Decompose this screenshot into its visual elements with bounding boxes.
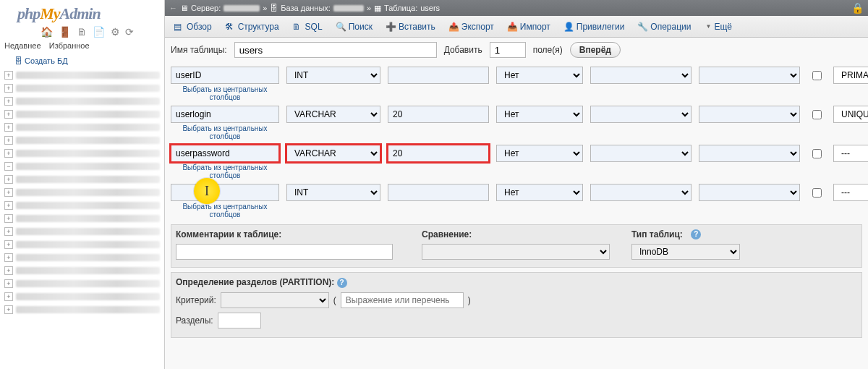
pick-central-link[interactable]: Выбрать из центральных столбцов <box>171 203 279 219</box>
reload-icon[interactable]: ⟳ <box>125 26 134 38</box>
column-type-select[interactable]: VARCHAR <box>286 106 380 123</box>
tab-browse[interactable]: ▤Обзор <box>168 20 218 34</box>
expand-toggle-icon[interactable]: + <box>4 97 13 106</box>
expand-toggle-icon[interactable]: + <box>4 123 13 132</box>
recent-tab[interactable]: Недавнее <box>4 41 41 50</box>
column-name-input[interactable] <box>171 145 279 162</box>
column-null-select[interactable]: Нет <box>496 106 583 123</box>
tab-insert[interactable]: ➕Вставить <box>380 20 441 34</box>
tree-item[interactable]: − <box>4 161 160 172</box>
column-length-input[interactable] <box>388 184 489 201</box>
column-name-input[interactable] <box>171 67 279 84</box>
tree-item[interactable]: + <box>4 291 160 302</box>
expand-toggle-icon[interactable]: + <box>4 266 13 275</box>
tree-item[interactable]: + <box>4 148 160 159</box>
column-ai-checkbox[interactable] <box>812 71 822 80</box>
tree-item[interactable]: + <box>4 109 160 120</box>
tab-more[interactable]: ▼Ещё <box>699 20 738 34</box>
column-index-select[interactable]: PRIMARY <box>833 67 868 84</box>
crumb-db-name[interactable] <box>333 5 364 12</box>
tree-item[interactable]: + <box>4 265 160 276</box>
tree-item[interactable]: + <box>4 200 160 211</box>
tree-item[interactable]: + <box>4 187 160 198</box>
column-index-select[interactable]: --- <box>833 184 868 201</box>
lock-icon[interactable]: 🔒 <box>851 2 864 14</box>
tree-item[interactable]: + <box>4 278 160 289</box>
column-attributes-select[interactable] <box>699 67 800 84</box>
tree-item[interactable]: + <box>4 69 160 81</box>
collation-select[interactable] <box>422 244 610 260</box>
tree-item[interactable]: + <box>4 239 160 250</box>
tree-item[interactable]: + <box>4 174 160 185</box>
table-name-input[interactable] <box>234 42 437 58</box>
help-icon[interactable]: ? <box>691 229 701 239</box>
tree-item[interactable]: + <box>4 213 160 224</box>
column-collation-select[interactable] <box>590 145 692 162</box>
expand-toggle-icon[interactable]: + <box>4 240 13 249</box>
tab-operations[interactable]: 🔧Операции <box>631 20 697 34</box>
column-null-select[interactable]: Нет <box>496 184 583 201</box>
column-length-input[interactable] <box>388 145 489 162</box>
partition-expression-input[interactable] <box>341 292 464 308</box>
expand-toggle-icon[interactable]: + <box>4 253 13 262</box>
expand-toggle-icon[interactable]: + <box>4 188 13 197</box>
expand-toggle-icon[interactable]: + <box>4 149 13 158</box>
tab-import[interactable]: 📥Импорт <box>501 20 556 34</box>
column-index-select[interactable]: --- <box>833 145 868 162</box>
sql-icon[interactable]: 🗎 <box>77 26 87 38</box>
exit-icon[interactable]: 🚪 <box>59 26 71 38</box>
column-attributes-select[interactable] <box>699 145 800 162</box>
column-type-select[interactable]: VARCHAR <box>286 145 380 162</box>
partition-criteria-select[interactable] <box>221 292 329 308</box>
column-collation-select[interactable] <box>590 184 692 201</box>
engine-select[interactable]: InnoDB <box>631 244 740 260</box>
expand-toggle-icon[interactable]: + <box>4 71 13 80</box>
tab-structure[interactable]: 🛠Структура <box>219 20 285 34</box>
tree-item[interactable]: + <box>4 82 160 94</box>
column-name-input[interactable] <box>171 106 279 123</box>
tree-item[interactable]: + <box>4 122 160 133</box>
help-icon[interactable]: ? <box>337 278 347 288</box>
column-name-input[interactable] <box>171 184 279 201</box>
expand-toggle-icon[interactable]: + <box>4 175 13 184</box>
tab-export[interactable]: 📤Экспорт <box>443 20 500 34</box>
expand-toggle-icon[interactable]: + <box>4 279 13 288</box>
pick-central-link[interactable]: Выбрать из центральных столбцов <box>171 164 279 179</box>
expand-toggle-icon[interactable]: + <box>4 136 13 145</box>
expand-toggle-icon[interactable]: + <box>4 305 13 314</box>
column-type-select[interactable]: INT <box>286 184 380 201</box>
favorites-tab[interactable]: Избранное <box>49 41 90 50</box>
tab-sql[interactable]: 🗎SQL <box>286 20 328 34</box>
tree-item[interactable]: + <box>4 135 160 146</box>
expand-toggle-icon[interactable]: + <box>4 110 13 119</box>
docs-icon[interactable]: 📄 <box>93 26 105 38</box>
tree-item[interactable]: + <box>4 96 160 107</box>
column-collation-select[interactable] <box>590 106 692 123</box>
expand-toggle-icon[interactable]: + <box>4 214 13 223</box>
gear-icon[interactable]: ⚙ <box>111 26 120 38</box>
expand-toggle-icon[interactable]: + <box>4 84 13 93</box>
tree-item[interactable]: + <box>4 304 160 315</box>
tab-search[interactable]: 🔍Поиск <box>330 20 378 34</box>
expand-toggle-icon[interactable]: + <box>4 227 13 236</box>
tree-item[interactable]: + <box>4 226 160 237</box>
expand-toggle-icon[interactable]: + <box>4 201 13 210</box>
crumb-server-name[interactable] <box>224 5 260 12</box>
column-null-select[interactable]: Нет <box>496 67 583 84</box>
column-ai-checkbox[interactable] <box>812 149 822 158</box>
tree-item[interactable]: + <box>4 252 160 263</box>
create-db-link[interactable]: 🗄 Создать БД <box>14 56 160 65</box>
column-attributes-select[interactable] <box>699 106 800 123</box>
tab-privileges[interactable]: 👤Привилегии <box>558 20 631 34</box>
column-index-select[interactable]: UNIQUE <box>833 106 868 123</box>
back-arrow-icon[interactable]: ← <box>169 4 177 12</box>
column-null-select[interactable]: Нет <box>496 145 583 162</box>
add-columns-input[interactable] <box>490 42 526 58</box>
expand-toggle-icon[interactable]: + <box>4 292 13 301</box>
home-icon[interactable]: 🏠 <box>41 26 53 38</box>
crumb-table-name[interactable]: users <box>420 4 440 12</box>
column-ai-checkbox[interactable] <box>812 110 822 119</box>
pick-central-link[interactable]: Выбрать из центральных столбцов <box>171 85 279 101</box>
column-length-input[interactable] <box>388 106 489 123</box>
column-attributes-select[interactable] <box>699 184 800 201</box>
